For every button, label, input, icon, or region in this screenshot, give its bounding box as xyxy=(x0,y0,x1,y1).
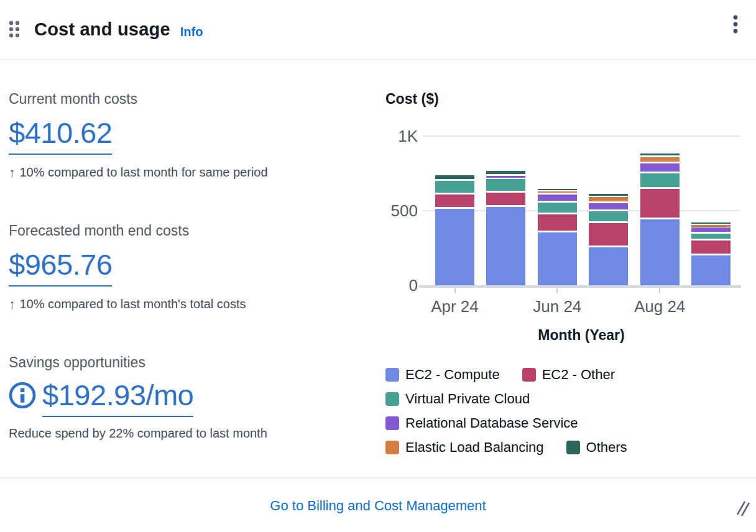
legend-swatch xyxy=(385,392,399,406)
legend-item[interactable]: Virtual Private Cloud xyxy=(385,391,530,407)
bar-segment[interactable] xyxy=(691,241,731,255)
bar-segment[interactable] xyxy=(589,247,628,285)
bar-jul-24[interactable] xyxy=(589,194,628,285)
bar-segment[interactable] xyxy=(435,181,474,195)
metric-label: Forecasted month end costs xyxy=(9,222,246,239)
savings-opportunities-section: Savings opportunities $192.93/mo Reduce … xyxy=(9,354,267,441)
bar-jun-24[interactable] xyxy=(538,189,577,285)
y-axis-tick-label: 1K xyxy=(361,126,418,146)
metric-label: Current month costs xyxy=(9,91,268,108)
footer-divider xyxy=(0,477,756,479)
metric-label: Savings opportunities xyxy=(9,354,267,371)
info-circle-icon[interactable] xyxy=(9,382,36,409)
legend-label: Elastic Load Balancing xyxy=(405,439,544,456)
forecasted-costs-section: Forecasted month end costs $965.76 ↑ 10%… xyxy=(9,222,246,312)
bar-segment[interactable] xyxy=(640,163,680,173)
bar-may-24[interactable] xyxy=(486,171,525,285)
bar-segment[interactable] xyxy=(486,193,525,207)
widget-header: Cost and usage Info xyxy=(0,0,756,60)
legend-swatch xyxy=(566,441,580,454)
x-axis-tick-label: Jun 24 xyxy=(510,297,604,316)
bar-segment[interactable] xyxy=(691,227,731,234)
chart-legend: EC2 - ComputeEC2 - OtherVirtual Private … xyxy=(385,367,724,456)
bar-segment[interactable] xyxy=(486,179,525,193)
gridline xyxy=(423,135,740,137)
bar-segment[interactable] xyxy=(486,207,525,285)
bar-segment[interactable] xyxy=(589,203,628,211)
legend-swatch xyxy=(385,368,399,382)
bar-segment[interactable] xyxy=(486,171,525,177)
legend-label: Others xyxy=(586,439,627,456)
up-arrow-icon: ↑ xyxy=(9,165,16,180)
x-axis-title: Month (Year) xyxy=(423,327,740,344)
legend-item[interactable]: Elastic Load Balancing xyxy=(385,439,544,456)
bar-segment[interactable] xyxy=(538,195,577,202)
cost-chart: Cost ($) Month (Year) EC2 - ComputeEC2 -… xyxy=(385,91,754,488)
bar-segment[interactable] xyxy=(640,189,680,219)
bar-segment[interactable] xyxy=(435,209,474,285)
current-month-costs-section: Current month costs $410.62 ↑ 10% compar… xyxy=(9,91,268,180)
resize-handle-icon[interactable] xyxy=(735,498,751,520)
bar-segment[interactable] xyxy=(589,211,628,223)
bar-segment[interactable] xyxy=(538,232,577,285)
bar-segment[interactable] xyxy=(435,175,474,181)
go-to-billing-link[interactable]: Go to Billing and Cost Management xyxy=(0,498,756,514)
bar-segment[interactable] xyxy=(691,255,731,285)
x-axis-tick xyxy=(556,288,558,293)
y-axis-tick-label: 500 xyxy=(361,201,418,221)
bar-segment[interactable] xyxy=(691,234,731,241)
bar-segment[interactable] xyxy=(640,219,680,285)
metric-delta-text: Reduce spend by 22% compared to last mon… xyxy=(9,426,267,441)
legend-item[interactable]: Others xyxy=(566,439,627,456)
legend-label: Virtual Private Cloud xyxy=(405,391,530,407)
bar-sep-24[interactable] xyxy=(691,222,731,285)
widget-title: Cost and usage xyxy=(34,19,170,40)
chart-title: Cost ($) xyxy=(385,91,754,108)
legend-swatch xyxy=(522,368,536,382)
bar-segment[interactable] xyxy=(538,203,577,214)
bar-segment[interactable] xyxy=(435,195,474,209)
bar-apr-24[interactable] xyxy=(435,175,474,285)
bar-segment[interactable] xyxy=(640,157,680,163)
up-arrow-icon: ↑ xyxy=(9,297,16,312)
legend-item[interactable]: EC2 - Compute xyxy=(385,367,500,383)
x-axis-tick xyxy=(659,288,660,293)
bar-segment[interactable] xyxy=(538,214,577,232)
forecasted-costs-link[interactable]: $965.76 xyxy=(9,249,112,287)
bar-segment[interactable] xyxy=(589,223,628,247)
x-axis-tick-label: Aug 24 xyxy=(613,297,706,316)
x-axis-tick-label: Apr 24 xyxy=(408,297,502,316)
legend-item[interactable]: EC2 - Other xyxy=(522,367,615,383)
kebab-menu-icon[interactable] xyxy=(731,14,740,37)
legend-item[interactable]: Relational Database Service xyxy=(385,415,578,431)
savings-opportunities-link[interactable]: $192.93/mo xyxy=(42,380,193,417)
legend-swatch xyxy=(385,416,399,430)
current-month-costs-link[interactable]: $410.62 xyxy=(9,117,112,155)
legend-label: EC2 - Compute xyxy=(405,367,500,383)
metric-delta-text: 10% compared to last month's total costs xyxy=(20,297,246,311)
metric-delta-text: 10% compared to last month for same peri… xyxy=(20,165,268,180)
legend-label: EC2 - Other xyxy=(542,367,615,383)
bar-segment[interactable] xyxy=(589,197,628,203)
x-axis-tick xyxy=(454,288,456,293)
x-axis-baseline xyxy=(419,285,741,288)
bar-aug-24[interactable] xyxy=(640,154,680,285)
drag-handle-icon[interactable] xyxy=(8,20,21,41)
legend-label: Relational Database Service xyxy=(405,415,578,431)
chart-plot xyxy=(423,136,740,285)
info-link[interactable]: Info xyxy=(180,25,203,39)
y-axis-tick-label: 0 xyxy=(361,275,418,295)
legend-swatch xyxy=(385,441,399,454)
bar-segment[interactable] xyxy=(640,173,680,189)
